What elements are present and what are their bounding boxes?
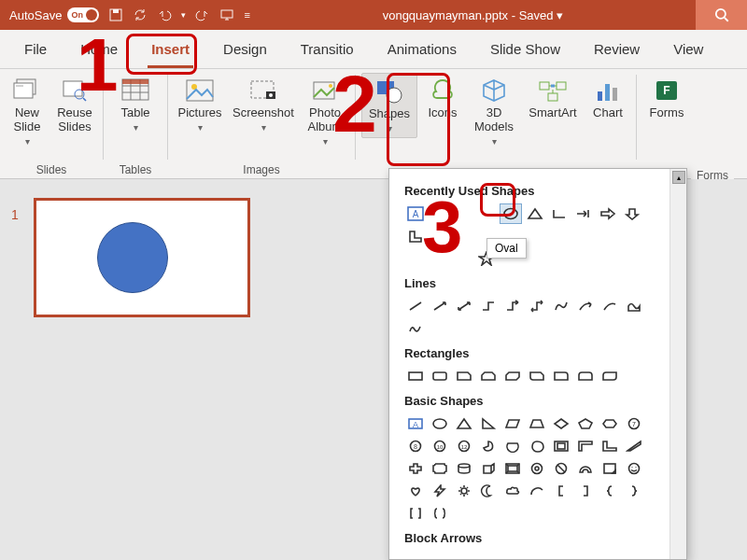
shape-heart[interactable] xyxy=(404,481,427,501)
shape-textbox-b[interactable]: A xyxy=(404,413,427,434)
shape-snip1[interactable] xyxy=(453,366,475,386)
shape-bevel[interactable] xyxy=(501,458,524,479)
svg-rect-27 xyxy=(557,82,566,90)
3d-models-button[interactable]: 3D Models ▾ xyxy=(468,73,520,150)
shape-diag[interactable] xyxy=(623,436,645,456)
tab-view[interactable]: View xyxy=(656,32,720,68)
new-slide-button[interactable]: New Slide ▾ xyxy=(6,73,49,150)
shape-teardrop[interactable] xyxy=(526,436,548,456)
shape-frame[interactable] xyxy=(550,436,572,456)
slide-panel xyxy=(0,179,271,560)
tab-design[interactable]: Design xyxy=(206,32,284,68)
shape-decagon[interactable]: 10 xyxy=(429,436,451,456)
shape-snip-diag[interactable] xyxy=(501,366,524,386)
shape-down-arrow[interactable] xyxy=(621,203,643,224)
shape-donut[interactable] xyxy=(526,458,548,479)
tab-file[interactable]: File xyxy=(7,32,63,68)
shape-moon[interactable] xyxy=(477,481,500,501)
shape-elbow-arrow[interactable] xyxy=(501,296,524,316)
sync-icon[interactable] xyxy=(133,7,148,22)
shape-sun[interactable] xyxy=(453,481,475,501)
shape-round2-diag[interactable] xyxy=(599,366,621,386)
shape-scribble[interactable] xyxy=(404,318,427,339)
tab-review[interactable]: Review xyxy=(577,32,656,68)
save-icon[interactable] xyxy=(108,7,123,22)
shape-elbow[interactable] xyxy=(548,203,571,224)
forms-icon: F xyxy=(651,77,683,105)
shape-rect[interactable] xyxy=(404,366,427,386)
shape-nosymbol[interactable] xyxy=(550,458,572,479)
shape-pentagon[interactable] xyxy=(574,413,597,434)
icons-button[interactable]: Icons xyxy=(421,73,464,124)
shape-bracket-l[interactable] xyxy=(550,481,572,501)
shape-round2-same[interactable] xyxy=(574,366,597,386)
shape-curve-arrow[interactable] xyxy=(574,296,597,316)
shape-octagon[interactable]: 8 xyxy=(404,436,427,456)
redo-icon[interactable] xyxy=(195,7,210,22)
shape-oval[interactable] xyxy=(429,413,451,434)
shape-snip-round[interactable] xyxy=(526,366,548,386)
autosave-toggle[interactable]: AutoSave On xyxy=(9,7,99,22)
shape-triangle[interactable] xyxy=(524,203,546,224)
search-button[interactable] xyxy=(696,0,747,30)
undo-dropdown-icon[interactable]: ▾ xyxy=(181,10,186,20)
shape-brace-l[interactable] xyxy=(599,481,621,501)
chart-button[interactable]: Chart xyxy=(585,73,630,124)
shape-diamond[interactable] xyxy=(550,413,572,434)
shape-plus[interactable] xyxy=(404,458,427,479)
forms-button[interactable]: F Forms xyxy=(642,73,691,124)
shape-roundrect[interactable] xyxy=(429,366,451,386)
shape-lightning[interactable] xyxy=(429,481,451,501)
shape-pie[interactable] xyxy=(477,436,500,456)
shape-elbow-double[interactable] xyxy=(526,296,548,316)
shape-oval-recent[interactable] xyxy=(500,203,522,224)
chevron-down-icon: ▾ xyxy=(134,122,138,133)
tab-animations[interactable]: Animations xyxy=(371,32,473,68)
slide-thumbnail[interactable] xyxy=(34,198,250,317)
scroll-up-icon[interactable]: ▴ xyxy=(672,171,685,184)
shape-heptagon[interactable]: 7 xyxy=(623,413,645,434)
shape-bracket-pair[interactable] xyxy=(404,503,427,524)
shape-block-arc[interactable] xyxy=(574,458,597,479)
shape-arc[interactable] xyxy=(526,481,548,501)
shape-hexagon[interactable] xyxy=(599,413,621,434)
shape-freeform[interactable] xyxy=(623,296,645,316)
shape-line-arrow[interactable] xyxy=(429,296,451,316)
shape-snip2[interactable] xyxy=(477,366,500,386)
tab-insert[interactable]: Insert xyxy=(134,32,206,68)
shape-arrow-right[interactable] xyxy=(572,203,595,224)
shape-can[interactable] xyxy=(453,458,475,479)
shape-half-frame[interactable] xyxy=(574,436,597,456)
pictures-button[interactable]: Pictures ▾ xyxy=(174,73,226,136)
shape-line[interactable] xyxy=(404,296,427,316)
smartart-button[interactable]: SmartArt xyxy=(524,73,582,124)
shape-chord[interactable] xyxy=(501,436,524,456)
toggle-pill[interactable]: On xyxy=(67,7,99,22)
slideshow-icon[interactable] xyxy=(219,7,234,22)
shape-brace-r[interactable] xyxy=(623,481,645,501)
shape-dodeca[interactable]: 12 xyxy=(453,436,475,456)
shape-round1[interactable] xyxy=(550,366,572,386)
qat: AutoSave On ▾ ≡ xyxy=(0,7,250,22)
shape-Lshape[interactable] xyxy=(599,436,621,456)
shape-smiley[interactable] xyxy=(623,458,645,479)
shape-block-arrow[interactable] xyxy=(597,203,619,224)
shape-parallel[interactable] xyxy=(501,413,524,434)
shape-plaque[interactable] xyxy=(429,458,451,479)
shape-line-double[interactable] xyxy=(453,296,475,316)
shape-brace-pair[interactable] xyxy=(429,503,451,524)
shape-cube[interactable] xyxy=(477,458,500,479)
scrollbar[interactable]: ▴ xyxy=(669,169,686,559)
shape-cloud[interactable] xyxy=(501,481,524,501)
tab-slideshow[interactable]: Slide Show xyxy=(473,32,577,68)
shape-bracket-r[interactable] xyxy=(574,481,597,501)
shape-tri-iso[interactable] xyxy=(453,413,475,434)
screenshot-button[interactable]: Screenshot ▾ xyxy=(230,73,297,136)
shape-trap[interactable] xyxy=(526,413,548,434)
shape-tri-right[interactable] xyxy=(477,413,500,434)
shape-curve[interactable] xyxy=(550,296,572,316)
undo-icon[interactable] xyxy=(157,7,172,22)
shape-curve-double[interactable] xyxy=(599,296,621,316)
shape-elbow-conn[interactable] xyxy=(477,296,500,316)
shape-folded[interactable] xyxy=(599,458,621,479)
